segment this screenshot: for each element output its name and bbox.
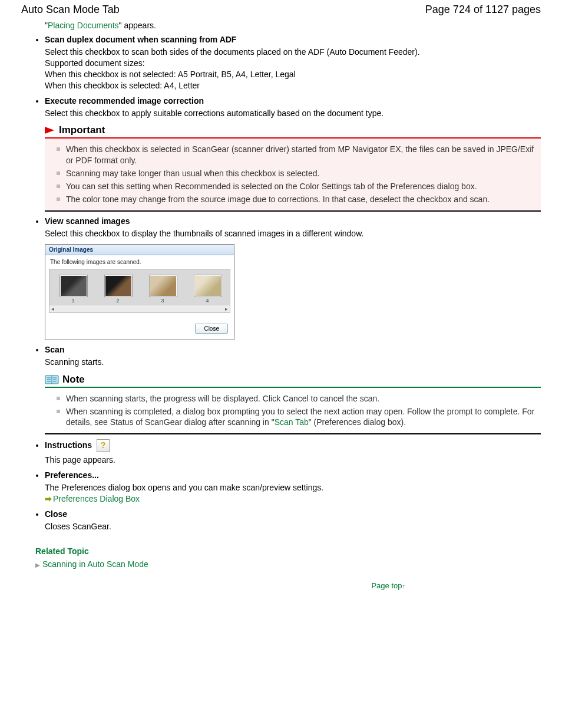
item-view-scanned: View scanned images Select this checkbox…: [45, 216, 541, 340]
scrollbar[interactable]: ◂▸: [49, 305, 230, 312]
thumbnail: 2: [105, 275, 131, 304]
item-head: Scan: [45, 345, 541, 354]
item-head: Scan duplex document when scanning from …: [45, 35, 541, 44]
important-bullet: When this checkbox is selected in ScanGe…: [57, 144, 537, 166]
item-instructions: Instructions ? This page appears.: [45, 439, 541, 466]
thumbnail: 1: [60, 275, 86, 304]
related-topic-heading: Related Topic: [35, 546, 541, 556]
important-bullet: You can set this setting when Recommende…: [57, 181, 537, 192]
page-title: Auto Scan Mode Tab: [21, 4, 120, 16]
item-scan-duplex: Scan duplex document when scanning from …: [45, 35, 541, 91]
note-bullet: When scanning is completed, a dialog box…: [57, 406, 537, 429]
help-icon[interactable]: ?: [97, 439, 110, 452]
up-arrow-icon: ↑: [402, 582, 406, 589]
book-icon: [45, 374, 60, 385]
page-indicator: Page 724 of 1127 pages: [425, 4, 541, 16]
placing-documents-link[interactable]: Placing Documents: [48, 21, 119, 30]
item-scan: Scan Scanning starts. Note: [45, 345, 541, 435]
close-button[interactable]: Close: [195, 324, 228, 334]
triangle-icon: ▶: [35, 562, 40, 568]
screenshot-original-images: Original Images The following images are…: [45, 244, 234, 340]
item-head: Close: [45, 509, 541, 519]
important-bullet: The color tone may change from the sourc…: [57, 194, 537, 205]
item-preferences: Preferences... The Preferences dialog bo…: [45, 470, 541, 505]
arrow-icon: ➡: [45, 494, 52, 503]
page-top-link[interactable]: Page top: [371, 581, 402, 590]
svg-marker-0: [45, 127, 54, 134]
preferences-dialog-link[interactable]: Preferences Dialog Box: [53, 494, 140, 503]
note-bullet: When scanning starts, the progress will …: [57, 393, 537, 404]
thumbnail: 4: [194, 275, 220, 304]
shot-subtitle: The following images are scanned.: [45, 255, 234, 269]
note-callout: Note When scanning starts, the progress …: [45, 374, 541, 435]
thumbnail: 3: [150, 275, 176, 304]
related-topic-link-row: ▶Scanning in Auto Scan Mode: [35, 559, 541, 569]
important-title: Important: [59, 124, 105, 136]
item-head: Execute recommended image correction: [45, 96, 541, 106]
scan-tab-link[interactable]: Scan Tab: [275, 417, 309, 427]
important-bullet: Scanning may take longer than usual when…: [57, 168, 537, 179]
note-title: Note: [62, 374, 85, 386]
related-topic-link[interactable]: Scanning in Auto Scan Mode: [42, 559, 148, 569]
important-callout: Important When this checkbox is selected…: [45, 124, 541, 211]
flag-icon: [45, 126, 57, 135]
item-head: Instructions: [45, 440, 92, 450]
item-close: Close Closes ScanGear.: [45, 509, 541, 532]
item-head: Preferences...: [45, 470, 541, 480]
item-execute-correction: Execute recommended image correction Sel…: [45, 96, 541, 212]
intro-line: "Placing Documents" appears.: [21, 21, 541, 30]
shot-title: Original Images: [45, 245, 234, 255]
item-head: View scanned images: [45, 216, 541, 226]
